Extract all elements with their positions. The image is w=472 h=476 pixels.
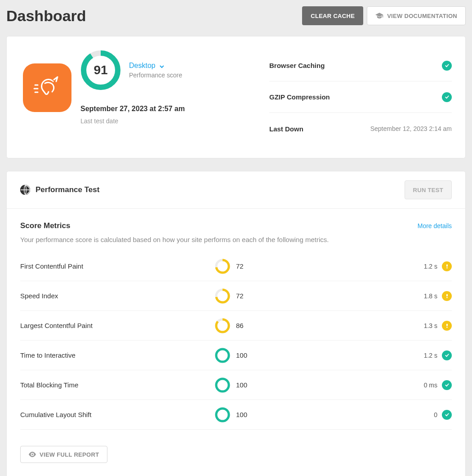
metric-score: 100 [236,351,263,359]
metrics-desc: Your performance score is calculated bas… [20,236,452,243]
score-block: 91 Desktop Performance score September 2… [80,50,251,144]
metric-ring [215,377,230,393]
last-down-row: Last Down September 12, 2023 2:14 am [269,113,452,144]
metric-score: 100 [236,381,263,389]
globe-icon [20,185,30,195]
metric-ring [215,318,230,333]
metric-score: 100 [236,411,263,418]
graduation-cap-icon [375,13,383,19]
clear-cache-button[interactable]: CLEAR CACHE [302,6,363,25]
metric-row: Total Blocking Time1000 ms [20,370,452,400]
metric-row: Cumulative Layout Shift1000 [20,400,452,430]
run-test-button[interactable]: RUN TEST [405,180,452,199]
svg-point-19 [216,379,229,391]
metric-value: 0 ms [424,382,437,389]
metric-value-wrap: 1.3 s [263,321,452,331]
footer-actions: VIEW FULL REPORT [7,436,465,476]
status-ok-icon [442,380,452,390]
metrics-title: Score Metrics [20,221,71,230]
metric-row: First Contentful Paint721.2 s [20,251,452,281]
svg-point-22 [31,454,33,455]
last-test: September 27, 2023 at 2:57 am Last test … [80,105,251,125]
metric-row: Time to Interactive1001.2 s [20,341,452,370]
status-ok-icon [442,61,452,71]
metric-ring [215,348,230,363]
checks-list: Browser Caching GZIP Compression Last Do… [269,50,452,144]
svg-point-17 [216,349,229,362]
metric-value: 1.3 s [424,322,437,329]
check-row-gzip: GZIP Compression [269,81,452,113]
status-warn-icon [442,321,452,331]
metric-ring [215,288,230,304]
svg-rect-15 [446,327,448,328]
status-ok-icon [442,410,452,420]
metric-name: Largest Contentful Paint [20,322,209,329]
run-test-label: RUN TEST [413,187,443,193]
status-warn-icon [442,261,452,271]
last-down-label: Last Down [269,125,303,133]
device-label: Desktop [129,62,156,70]
metric-value-wrap: 0 [263,410,452,420]
metric-ring [215,407,230,422]
status-warn-icon [442,291,452,301]
metric-score: 72 [236,292,263,300]
metric-value: 1.2 s [424,352,437,359]
check-row-browser-caching: Browser Caching [269,50,452,81]
last-down-value: September 12, 2023 2:14 am [370,125,452,132]
score-ring: 91 [80,50,121,90]
score-value: 91 [80,50,121,90]
metric-value-wrap: 1.2 s [263,261,452,271]
score-meta: Desktop Performance score [129,62,182,79]
metric-name: Total Blocking Time [20,381,209,389]
chevron-down-icon [159,63,165,68]
page-title: Dashboard [6,7,86,25]
metric-ring [215,259,230,274]
metric-name: Time to Interactive [20,351,209,359]
metric-score: 86 [236,322,263,329]
view-documentation-button[interactable]: VIEW DOCUMENTATION [367,6,466,25]
performance-card: Performance Test RUN TEST Score Metrics … [6,171,466,476]
metric-value: 1.2 s [424,263,437,270]
app-logo [23,63,71,112]
metrics-head: Score Metrics More details [20,221,452,230]
metrics-section: Score Metrics More details Your performa… [7,209,465,436]
metric-value-wrap: 1.2 s [263,350,452,360]
svg-rect-10 [446,294,448,296]
metric-value-wrap: 0 ms [263,380,452,390]
check-label: Browser Caching [269,62,325,69]
eye-icon [29,452,36,457]
metric-name: First Contentful Paint [20,262,209,270]
metric-name: Speed Index [20,292,209,300]
last-test-label: Last test date [80,117,251,125]
view-documentation-label: VIEW DOCUMENTATION [387,13,457,19]
view-full-report-label: VIEW FULL REPORT [40,451,99,458]
view-full-report-button[interactable]: VIEW FULL REPORT [20,446,107,463]
clear-cache-label: CLEAR CACHE [311,13,355,19]
last-test-date: September 27, 2023 at 2:57 am [80,105,251,113]
performance-title: Performance Test [36,185,99,194]
metric-value-wrap: 1.8 s [263,291,452,301]
device-selector[interactable]: Desktop [129,62,165,70]
metric-score: 72 [236,262,263,270]
svg-rect-7 [446,267,448,268]
metric-row: Largest Contentful Paint861.3 s [20,311,452,341]
metric-name: Cumulative Layout Shift [20,411,209,418]
summary-card: 91 Desktop Performance score September 2… [6,36,466,158]
status-ok-icon [442,350,452,360]
score-sublabel: Performance score [129,72,182,79]
metric-row: Speed Index721.8 s [20,281,452,311]
top-actions: CLEAR CACHE VIEW DOCUMENTATION [302,6,466,25]
svg-rect-11 [446,297,448,298]
performance-header: Performance Test RUN TEST [7,171,465,209]
svg-rect-14 [446,323,448,326]
metric-value: 0 [434,411,437,418]
svg-point-0 [53,81,54,82]
svg-rect-6 [446,264,448,266]
check-label: GZIP Compression [269,93,330,101]
metric-value: 1.8 s [424,292,437,300]
more-details-link[interactable]: More details [418,222,452,229]
top-bar: Dashboard CLEAR CACHE VIEW DOCUMENTATION [6,6,466,25]
status-ok-icon [442,92,452,102]
svg-point-21 [216,409,229,421]
performance-title-wrap: Performance Test [20,185,99,195]
